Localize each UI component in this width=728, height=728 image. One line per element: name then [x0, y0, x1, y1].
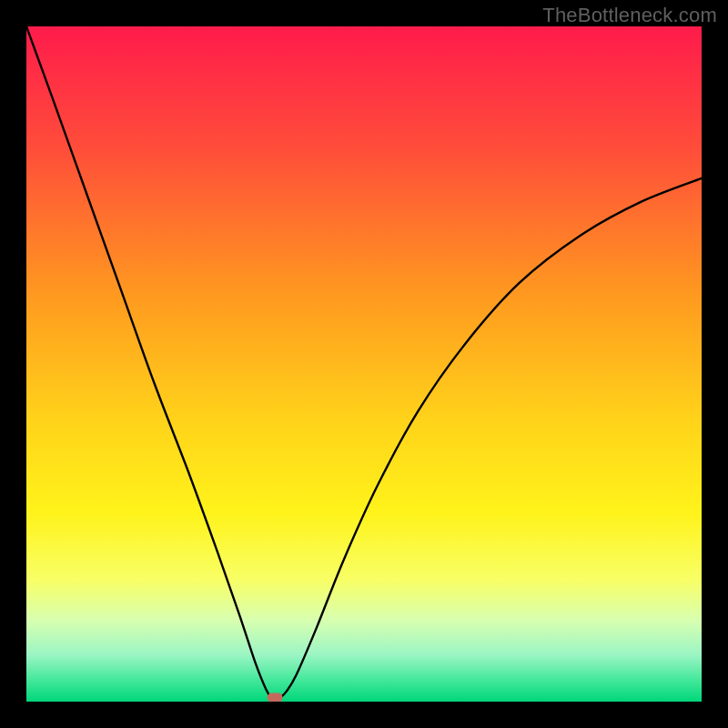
plot-area — [26, 26, 702, 702]
minimum-marker — [268, 693, 283, 702]
watermark-text: TheBottleneck.com — [542, 4, 717, 27]
chart-frame: TheBottleneck.com — [0, 0, 728, 728]
gradient-background — [26, 26, 702, 702]
chart-svg — [26, 26, 702, 702]
